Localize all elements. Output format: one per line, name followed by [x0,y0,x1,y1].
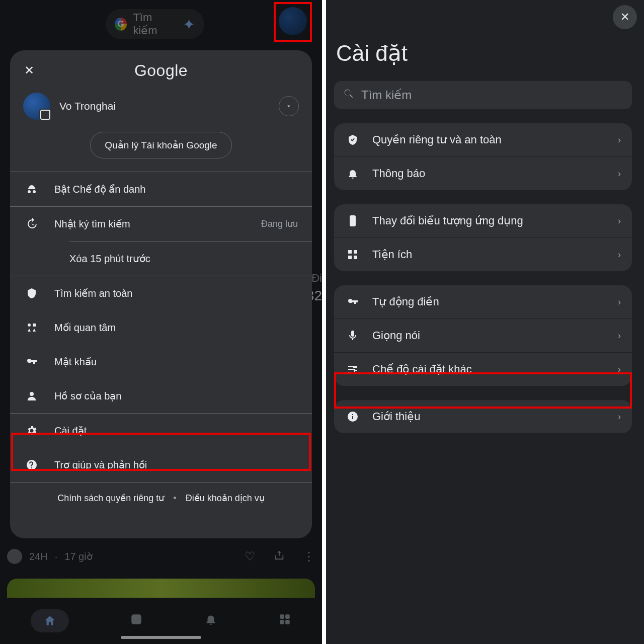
feed-card-image[interactable] [7,579,315,599]
menu-history[interactable]: Nhật ký tìm kiếm Đang lưu [10,207,312,241]
chevron-right-icon: › [618,135,621,145]
search-pill[interactable]: Tìm kiếm ✦ [106,9,204,39]
phone-icon [345,215,360,227]
menu-label: Trợ giúp và phản hồi [54,459,298,471]
partial-label: Đi [311,272,322,285]
menu-label: Hồ sơ của bạn [54,390,298,402]
mic-icon [345,330,360,342]
left-screenshot: Tìm kiếm ✦ Đi 32 24H · 17 giờ ♡ ⋮ [0,0,322,644]
svg-text:2: 2 [135,616,138,623]
account-avatar[interactable] [279,7,307,35]
menu-interests[interactable]: Mối quan tâm [10,310,312,345]
incognito-icon [24,183,39,195]
close-icon[interactable]: ✕ [613,5,637,29]
shield-icon [24,287,39,299]
nav-tabs[interactable]: 2 [130,613,143,629]
person-icon [24,390,39,402]
item-label: Giọng nói [372,329,420,342]
manage-account-button[interactable]: Quản lý Tài khoản Google [90,132,231,158]
info-icon [345,411,360,423]
menu-incognito[interactable]: Bật Chế độ ẩn danh [10,172,312,206]
page-title: Cài đặt [336,40,632,66]
google-g-icon [115,18,127,31]
settings-group-4: Giới thiệu › [334,400,632,433]
settings-search[interactable]: Tìm kiếm [334,81,632,109]
svg-rect-2 [280,614,285,619]
item-label: Thay đổi biểu tượng ứng dụng [372,214,523,227]
sheet-title: Google [134,61,188,80]
chevron-right-icon: › [618,216,621,226]
gear-icon [24,425,39,437]
svg-rect-7 [33,324,36,327]
sheet-header: ✕ Google [10,57,312,84]
chevron-down-icon[interactable] [279,96,299,116]
heart-icon[interactable]: ♡ [245,549,256,564]
widgets-icon [345,249,360,261]
menu-help[interactable]: Trợ giúp và phản hồi [10,448,312,482]
item-about[interactable]: Giới thiệu › [334,400,632,433]
item-label: Quyền riêng tư và an toàn [372,133,502,146]
privacy-link[interactable]: Chính sách quyền riêng tư [57,493,164,504]
item-other-settings[interactable]: Chế độ cài đặt khác › [334,352,632,386]
svg-point-8 [30,392,34,396]
item-notifications[interactable]: Thông báo › [334,156,632,190]
svg-rect-3 [285,614,290,619]
chevron-right-icon: › [618,331,621,341]
menu-profile[interactable]: Hồ sơ của bạn [10,379,312,413]
chevron-right-icon: › [618,412,621,422]
settings-group-3: Tự động điền › Giọng nói › Chế độ cài đặ… [334,285,632,386]
terms-link[interactable]: Điều khoản dịch vụ [186,493,265,504]
menu-delete-15[interactable]: Xóa 15 phút trước [10,242,312,276]
menu-label: Mối quan tâm [54,321,298,334]
chevron-right-icon: › [618,250,621,260]
publisher-name: 24H [29,551,48,562]
chevron-right-icon: › [618,169,621,179]
item-appicon[interactable]: Thay đổi biểu tượng ứng dụng › [334,204,632,237]
home-indicator [121,636,201,639]
profile-row[interactable]: Vo Tronghai [10,84,312,125]
svg-rect-4 [280,620,285,624]
menu-passwords[interactable]: Mật khẩu [10,345,312,379]
key-icon [345,296,360,308]
history-icon [24,218,39,230]
nav-home[interactable] [31,609,69,632]
menu-settings[interactable]: Cài đặt [10,414,312,448]
menu-safesearch[interactable]: Tìm kiếm an toàn [10,276,312,310]
search-placeholder: Tìm kiếm [361,88,412,102]
close-icon[interactable]: ✕ [19,60,39,80]
search-icon [343,88,354,102]
sheet-footer: Chính sách quyền riêng tư • Điều khoản d… [10,482,312,516]
feed-meta-row: 24H · 17 giờ ♡ ⋮ [7,544,315,569]
publisher-avatar [7,549,22,564]
account-sheet: ✕ Google Vo Tronghai Quản lý Tài khoản G… [10,50,312,538]
publish-time: 17 giờ [64,550,92,562]
item-autofill[interactable]: Tự động điền › [334,285,632,318]
svg-rect-12 [354,250,357,254]
share-icon[interactable] [274,549,285,564]
interests-icon [24,321,39,334]
chevron-right-icon: › [618,364,621,375]
more-icon[interactable]: ⋮ [303,549,315,564]
item-privacy[interactable]: Quyền riêng tư và an toàn › [334,123,632,156]
menu-label: Tìm kiếm an toàn [54,287,298,299]
item-widget[interactable]: Tiện ích › [334,237,632,271]
profile-avatar [23,93,50,120]
help-icon [24,459,39,471]
svg-rect-11 [348,250,352,254]
chevron-right-icon: › [618,297,621,307]
bell-icon [345,168,360,180]
screenshot-divider [322,0,326,644]
menu-label: Cài đặt [54,425,298,437]
svg-rect-5 [285,620,290,624]
settings-group-1: Quyền riêng tư và an toàn › Thông báo › [334,123,632,190]
nav-notifications[interactable] [204,613,217,629]
item-voice[interactable]: Giọng nói › [334,318,632,352]
menu-label: Bật Chế độ ẩn danh [54,183,298,195]
svg-point-6 [28,324,31,327]
dot-separator: • [173,493,176,504]
profile-name: Vo Tronghai [59,100,270,112]
nav-apps[interactable] [278,613,291,629]
key-icon [24,356,39,368]
shield-check-icon [345,134,360,146]
svg-rect-14 [354,256,357,259]
